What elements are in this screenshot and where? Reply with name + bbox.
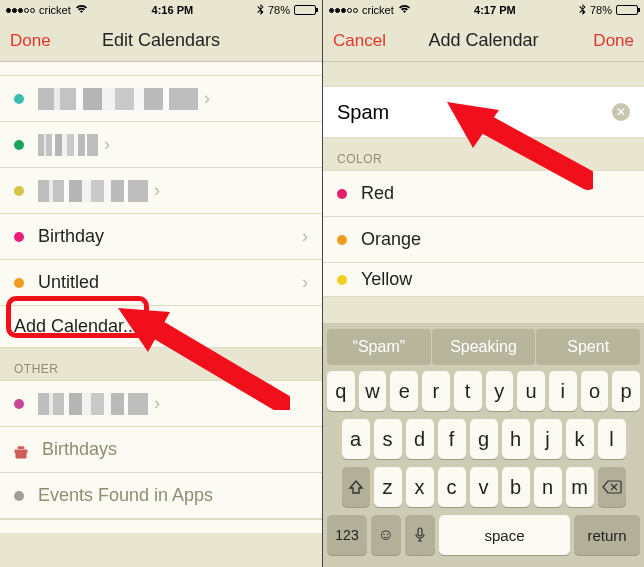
section-header-color: COLOR	[323, 138, 644, 171]
backspace-key[interactable]	[598, 467, 626, 507]
key-e[interactable]: e	[390, 371, 418, 411]
color-dot-icon	[14, 140, 24, 150]
key-a[interactable]: a	[342, 419, 370, 459]
events-found-row[interactable]: Events Found in Apps	[0, 473, 322, 519]
section-header-other: OTHER	[0, 348, 322, 381]
backspace-icon	[602, 480, 622, 494]
calendar-list: › › › Birthday › Untitled › Add Calendar…	[0, 62, 322, 533]
key-n[interactable]: n	[534, 467, 562, 507]
bluetooth-icon	[579, 4, 586, 17]
key-f[interactable]: f	[438, 419, 466, 459]
signal-dots-icon	[6, 8, 35, 13]
color-label: Yellow	[361, 269, 630, 290]
chevron-right-icon: ›	[104, 134, 110, 155]
cancel-button[interactable]: Cancel	[333, 31, 393, 51]
calendar-label: Birthday	[38, 226, 296, 247]
carrier-label: cricket	[39, 4, 71, 16]
emoji-key[interactable]: ☺	[371, 515, 401, 555]
key-w[interactable]: w	[359, 371, 387, 411]
signal-dots-icon	[329, 8, 358, 13]
chevron-right-icon: ›	[154, 393, 160, 414]
done-button[interactable]: Done	[574, 31, 634, 51]
add-calendar-button[interactable]: Add Calendar...	[0, 306, 322, 348]
status-time: 4:17 PM	[474, 4, 516, 16]
svg-rect-2	[418, 528, 422, 536]
key-z[interactable]: z	[374, 467, 402, 507]
calendar-row[interactable]: ›	[0, 168, 322, 214]
color-label: Red	[361, 183, 630, 204]
key-k[interactable]: k	[566, 419, 594, 459]
add-calendar-label: Add Calendar...	[14, 316, 308, 337]
key-s[interactable]: s	[374, 419, 402, 459]
key-y[interactable]: y	[486, 371, 514, 411]
shift-key[interactable]	[342, 467, 370, 507]
key-c[interactable]: c	[438, 467, 466, 507]
redacted-label	[38, 393, 148, 415]
space-key[interactable]: space	[439, 515, 570, 555]
suggestion[interactable]: Speaking	[432, 329, 536, 365]
key-j[interactable]: j	[534, 419, 562, 459]
color-dot-icon	[14, 399, 24, 409]
numbers-key[interactable]: 123	[327, 515, 367, 555]
color-dot-icon	[14, 278, 24, 288]
clear-input-icon[interactable]: ✕	[612, 103, 630, 121]
calendar-row-untitled[interactable]: Untitled ›	[0, 260, 322, 306]
battery-icon	[616, 5, 638, 15]
color-option-yellow[interactable]: Yellow	[323, 263, 644, 297]
calendar-row[interactable]: ›	[0, 76, 322, 122]
dictation-key[interactable]	[405, 515, 435, 555]
color-dot-icon	[14, 94, 24, 104]
chevron-right-icon: ›	[302, 226, 308, 247]
battery-icon	[294, 5, 316, 15]
page-title: Edit Calendars	[70, 30, 252, 51]
suggestion-bar: “Spam” Speaking Spent	[327, 329, 640, 365]
shift-icon	[348, 479, 364, 495]
calendar-row[interactable]: ›	[0, 381, 322, 427]
status-time: 4:16 PM	[152, 4, 194, 16]
nav-bar: Cancel Add Calendar Done	[323, 20, 644, 62]
status-bar: cricket 4:17 PM 78%	[323, 0, 644, 20]
suggestion[interactable]: “Spam”	[327, 329, 431, 365]
return-key[interactable]: return	[574, 515, 640, 555]
birthdays-row[interactable]: Birthdays	[0, 427, 322, 473]
color-dot-icon	[14, 491, 24, 501]
redacted-label	[38, 88, 198, 110]
key-p[interactable]: p	[612, 371, 640, 411]
redacted-label	[38, 134, 98, 156]
mic-icon	[414, 527, 426, 543]
wifi-icon	[75, 4, 88, 16]
chevron-right-icon: ›	[154, 180, 160, 201]
calendar-row-birthday[interactable]: Birthday ›	[0, 214, 322, 260]
chevron-right-icon: ›	[302, 272, 308, 293]
key-b[interactable]: b	[502, 467, 530, 507]
key-q[interactable]: q	[327, 371, 355, 411]
key-g[interactable]: g	[470, 419, 498, 459]
color-dot-icon	[337, 275, 347, 285]
key-o[interactable]: o	[581, 371, 609, 411]
events-found-label: Events Found in Apps	[38, 485, 308, 506]
key-r[interactable]: r	[422, 371, 450, 411]
key-u[interactable]: u	[517, 371, 545, 411]
done-button[interactable]: Done	[10, 31, 70, 51]
key-m[interactable]: m	[566, 467, 594, 507]
key-v[interactable]: v	[470, 467, 498, 507]
key-x[interactable]: x	[406, 467, 434, 507]
calendar-row[interactable]: ›	[0, 122, 322, 168]
key-l[interactable]: l	[598, 419, 626, 459]
key-h[interactable]: h	[502, 419, 530, 459]
key-d[interactable]: d	[406, 419, 434, 459]
suggestion[interactable]: Spent	[536, 329, 640, 365]
gift-icon	[14, 443, 28, 457]
status-bar: cricket 4:16 PM 78%	[0, 0, 322, 20]
battery-pct: 78%	[268, 4, 290, 16]
color-dot-icon	[337, 189, 347, 199]
calendar-name-input[interactable]: Spam ✕	[323, 86, 644, 138]
color-option-red[interactable]: Red	[323, 171, 644, 217]
key-t[interactable]: t	[454, 371, 482, 411]
key-i[interactable]: i	[549, 371, 577, 411]
color-option-orange[interactable]: Orange	[323, 217, 644, 263]
color-dot-icon	[14, 186, 24, 196]
color-dot-icon	[14, 232, 24, 242]
nav-bar: Done Edit Calendars	[0, 20, 322, 62]
redacted-label	[38, 180, 148, 202]
